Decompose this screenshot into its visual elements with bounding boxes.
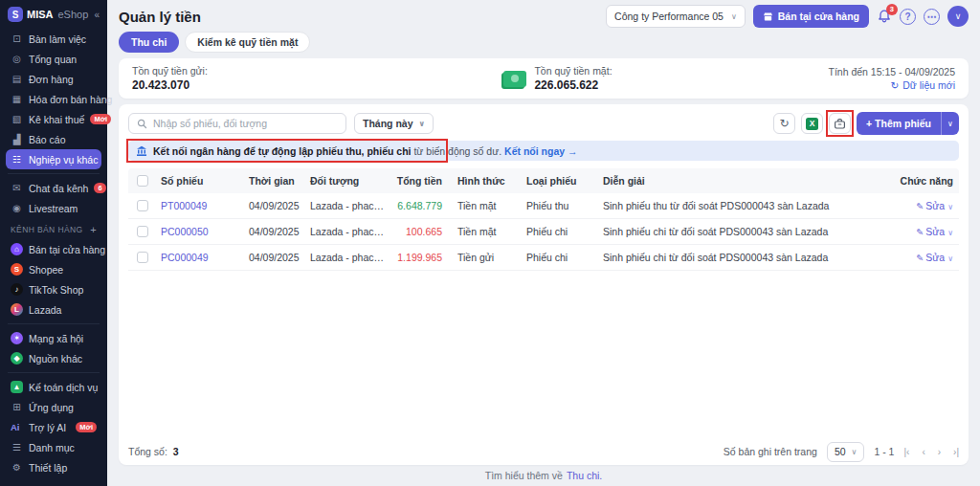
sidebar-item-mang-xa-hoi[interactable]: ✶ Mạng xã hội (6, 328, 101, 348)
sidebar-item-tro-ly-ai[interactable]: Ai Trợ lý AI Mới (6, 417, 101, 437)
prev-page-button[interactable]: ‹ (922, 447, 924, 457)
header-loai-phieu: Loại phiếu (523, 175, 599, 187)
first-page-button[interactable]: |‹ (903, 447, 909, 457)
row-partner: Lazada - phach... (306, 200, 390, 211)
chevron-down-icon: ∨ (852, 448, 858, 456)
sidebar-item-ke-khai-thue[interactable]: ▧ Kê khai thuế Mới (6, 109, 101, 129)
sell-at-store-button[interactable]: Bán tại cửa hàng (753, 5, 869, 28)
toolbar: Tháng này ∨ ↻ X (128, 112, 959, 135)
voucher-id-link[interactable]: PC000049 (161, 252, 209, 263)
cash-balance-value: 226.065.622 (534, 78, 612, 92)
pencil-icon: ✎ (916, 201, 924, 211)
header-so-phieu: Số phiếu (157, 175, 245, 187)
select-all-checkbox[interactable] (137, 175, 148, 187)
refresh-data-link[interactable]: ↻Dữ liệu mới (890, 79, 955, 91)
reload-button[interactable]: ↻ (773, 113, 795, 134)
help-button[interactable]: ? (900, 9, 916, 25)
header-doi-tuong: Đối tượng (306, 175, 390, 187)
row-method: Tiền mặt (454, 226, 523, 237)
sidebar-item-don-hang[interactable]: ▤ Đơn hàng (6, 69, 101, 89)
row-method: Tiền mặt (454, 200, 523, 211)
sidebar-item-label: Ứng dụng (29, 402, 74, 413)
chevron-down-icon[interactable]: ∨ (947, 203, 953, 211)
add-channel-icon[interactable]: + (90, 224, 97, 235)
tab-thu-chi[interactable]: Thu chi (119, 32, 179, 53)
voucher-id-link[interactable]: PC000050 (161, 226, 209, 237)
connect-now-link[interactable]: Kết nối ngay → (504, 145, 577, 157)
chevron-down-icon: ∨ (419, 120, 426, 128)
sidebar-item-hoa-don[interactable]: ▦ Hóa đơn bán hàng (6, 89, 101, 109)
bank-icon (136, 145, 147, 157)
sidebar-item-chat-da-kenh[interactable]: ✉ Chat đa kênh 6 (6, 178, 101, 198)
row-amount: 100.665 (390, 226, 454, 237)
logo-text-bold: MISA (27, 9, 54, 20)
per-page-value: 50 (835, 446, 846, 457)
sidebar-item-label: Livestream (29, 203, 78, 214)
sidebar-item-bao-cao[interactable]: ▟ Báo cáo (6, 129, 101, 149)
new-badge: Mới (76, 422, 97, 433)
sidebar-item-livestream[interactable]: ◉ Livestream (6, 198, 101, 218)
bank-connect-banner: Kết nối ngân hàng để tự động lập phiếu t… (128, 141, 959, 161)
divider (8, 173, 100, 174)
page-range: 1 - 1 (874, 446, 894, 457)
sidebar-item-lazada[interactable]: L Lazada (6, 299, 101, 320)
row-type: Phiếu chi (523, 252, 599, 263)
tiktok-icon: ♪ (11, 283, 23, 296)
sidebar-item-ung-dung[interactable]: ⊞ Ứng dụng (6, 397, 101, 417)
next-page-button[interactable]: › (938, 447, 941, 457)
header-chuc-nang: Chức năng (882, 175, 959, 187)
cash-drawer-button[interactable] (829, 113, 851, 134)
add-voucher-button[interactable]: + Thêm phiếu ∨ (857, 112, 959, 135)
footer-link[interactable]: Thu chi. (567, 470, 602, 481)
per-page-select[interactable]: 50 ∨ (827, 442, 865, 462)
sidebar-item-shopee[interactable]: S Shopee (6, 259, 101, 279)
edit-action[interactable]: ✎Sửa∨ (916, 200, 953, 211)
user-avatar[interactable]: ∨ (947, 6, 969, 27)
refresh-icon: ↻ (780, 117, 790, 130)
row-checkbox[interactable] (137, 226, 148, 237)
chevron-down-icon[interactable]: ∨ (947, 254, 953, 263)
edit-action[interactable]: ✎Sửa∨ (916, 252, 953, 263)
summary-card: Tồn quỹ tiền gửi: 20.423.070 Tồn quỹ tiề… (119, 58, 969, 99)
orders-icon: ▤ (11, 74, 23, 84)
sidebar-item-danh-muc[interactable]: ☰ Danh mục (6, 437, 101, 457)
chevron-down-icon[interactable]: ∨ (947, 229, 953, 237)
edit-action[interactable]: ✎Sửa∨ (916, 226, 953, 237)
lazada-icon: L (11, 303, 23, 316)
more-options-button[interactable]: ⋯ (924, 9, 940, 25)
row-date: 04/09/2025 (245, 252, 306, 263)
notifications-button[interactable]: 3 (877, 9, 892, 24)
sidebar-item-ban-lam-viec[interactable]: ⊡ Bàn làm việc (6, 29, 101, 49)
briefcase-icon (834, 118, 846, 130)
sidebar-item-label: Kê khai thuế (29, 114, 84, 125)
sidebar-item-tong-quan[interactable]: ◎ Tổng quan (6, 49, 101, 69)
voucher-id-link[interactable]: PT000049 (161, 200, 207, 211)
company-select[interactable]: Công ty Performance 05 ∨ (606, 5, 746, 28)
count-badge: 6 (94, 183, 105, 194)
sidebar-collapse-icon[interactable]: « (94, 10, 100, 20)
transactions-card: Tháng này ∨ ↻ X (119, 104, 969, 465)
sidebar-item-thiet-lap[interactable]: ⚙ Thiết lập (6, 457, 101, 477)
sidebar-item-ke-toan-dich-vu[interactable]: ▲ Kế toán dịch vụ (6, 377, 101, 397)
store-button-label: Bán tại cửa hàng (778, 11, 859, 22)
tab-kiem-ke-quy[interactable]: Kiểm kê quỹ tiền mặt (185, 32, 310, 53)
sidebar-item-tiktok-shop[interactable]: ♪ TikTok Shop (6, 279, 101, 299)
sidebar-item-label: Kế toán dịch vụ (29, 382, 98, 393)
edit-label: Sửa (925, 200, 945, 211)
row-checkbox[interactable] (137, 252, 148, 263)
sidebar-item-nguon-khac[interactable]: ◆ Nguồn khác (6, 348, 101, 368)
add-voucher-label: + Thêm phiếu (857, 112, 942, 135)
last-page-button[interactable]: ›| (953, 447, 959, 457)
search-input[interactable] (153, 118, 338, 129)
sidebar-item-label: Lazada (29, 304, 61, 316)
period-filter-select[interactable]: Tháng này ∨ (354, 113, 434, 134)
export-excel-button[interactable]: X (801, 113, 823, 134)
add-voucher-caret[interactable]: ∨ (942, 112, 959, 135)
sidebar-item-ban-tai-cua-hang[interactable]: ⌂ Bán tại cửa hàng (6, 239, 101, 259)
row-checkbox[interactable] (137, 200, 148, 211)
sidebar-item-label: Shopee (29, 264, 63, 276)
table-header: Số phiếu Thời gian Đối tượng Tổng tiền H… (128, 168, 959, 193)
row-type: Phiếu chi (523, 226, 599, 237)
sidebar-item-nghiep-vu-khac[interactable]: ☷ Nghiệp vụ khác (6, 149, 101, 169)
divider (8, 323, 100, 324)
